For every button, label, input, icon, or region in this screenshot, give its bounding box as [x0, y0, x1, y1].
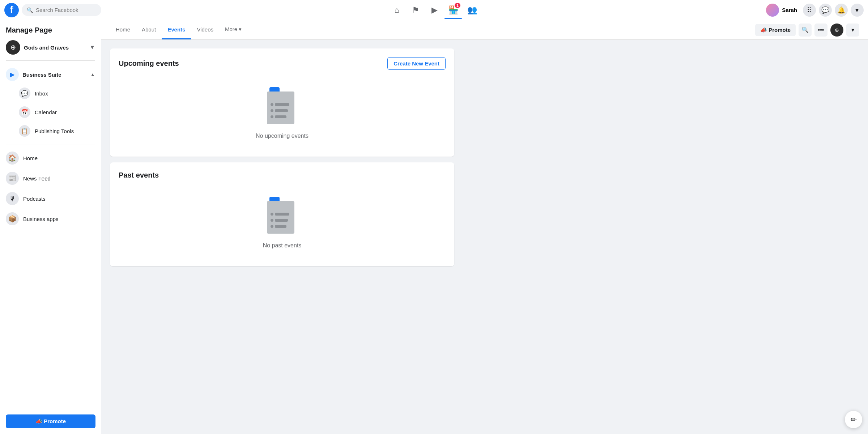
create-new-event-button[interactable]: Create New Event — [387, 57, 446, 70]
empty-doc-svg-2 — [264, 197, 300, 237]
svg-rect-13 — [275, 219, 288, 222]
sidebar-item-publishing-tools[interactable]: 📋 Publishing Tools — [0, 122, 101, 140]
pages-nav-icon[interactable]: ⚑ — [407, 1, 424, 19]
promote-sidebar-label: 📣 Promote — [35, 418, 66, 425]
svg-rect-7 — [275, 115, 286, 118]
groups-nav-icon[interactable]: 👥 — [463, 1, 481, 19]
search-icon: 🔍 — [27, 7, 33, 13]
inbox-icon: 💬 — [19, 88, 30, 99]
user-avatar — [766, 4, 779, 17]
empty-illustration — [264, 87, 300, 127]
more-options-button[interactable]: ••• — [814, 24, 827, 37]
empty-doc-svg — [264, 87, 300, 127]
news-feed-icon: 📰 — [6, 172, 19, 185]
svg-rect-5 — [275, 109, 288, 112]
podcasts-label: Podcasts — [23, 196, 46, 202]
tab-videos[interactable]: Videos — [191, 21, 219, 39]
sidebar-item-calendar[interactable]: 📅 Calendar — [0, 103, 101, 122]
home-nav-icon[interactable]: ⌂ — [388, 1, 405, 19]
past-events-header: Past events — [119, 171, 446, 179]
sidebar-item-home[interactable]: 🏠 Home — [0, 148, 101, 168]
sidebar-item-news-feed[interactable]: 📰 News Feed — [0, 168, 101, 188]
svg-rect-11 — [275, 213, 289, 216]
business-apps-label: Business apps — [23, 216, 59, 222]
sidebar-item-inbox[interactable]: 💬 Inbox — [0, 84, 101, 103]
page-sub-avatar: ⊕ — [830, 24, 843, 37]
svg-rect-15 — [275, 225, 286, 228]
tab-home[interactable]: Home — [110, 21, 136, 39]
no-past-events-state: No past events — [119, 188, 446, 258]
page-avatar-icon: ⊕ — [6, 40, 20, 55]
notification-badge: 1 — [454, 2, 461, 9]
top-nav-right: Sarah ⠿ 💬 🔔 ▾ — [763, 2, 864, 18]
tab-events[interactable]: Events — [162, 21, 191, 39]
sidebar-item-podcasts[interactable]: 🎙 Podcasts — [0, 188, 101, 209]
divider-2 — [6, 145, 95, 145]
marketplace-nav-icon[interactable]: 🏪 1 — [444, 1, 462, 19]
svg-point-6 — [271, 115, 273, 118]
search-input[interactable] — [36, 7, 96, 13]
sidebar: Manage Page ⊕ Gods and Graves ▼ ▶ Busine… — [0, 20, 101, 434]
svg-point-4 — [271, 109, 273, 112]
svg-point-2 — [271, 103, 273, 106]
create-event-label: Create New Event — [393, 60, 439, 67]
calendar-label: Calendar — [35, 109, 57, 115]
business-suite-header[interactable]: ▶ Business Suite ▲ — [0, 65, 101, 84]
news-feed-label: News Feed — [23, 175, 51, 182]
promote-sidebar-button[interactable]: 📣 Promote — [6, 414, 95, 428]
page-dropdown-chevron: ▼ — [89, 44, 95, 51]
inbox-label: Inbox — [35, 90, 48, 97]
podcasts-icon: 🎙 — [6, 192, 19, 205]
facebook-logo: f — [4, 3, 19, 17]
page-identity-section[interactable]: ⊕ Gods and Graves ▼ — [0, 37, 101, 58]
svg-rect-3 — [275, 103, 289, 106]
no-upcoming-text: No upcoming events — [256, 133, 309, 139]
home-icon: 🏠 — [6, 152, 19, 165]
sidebar-item-business-apps[interactable]: 📦 Business apps — [0, 209, 101, 229]
top-nav-left: f 🔍 — [4, 3, 106, 17]
past-events-title: Past events — [119, 171, 159, 179]
apps-grid-button[interactable]: ⠿ — [803, 4, 816, 17]
search-bar[interactable]: 🔍 — [22, 4, 101, 16]
svg-point-10 — [271, 213, 273, 216]
watch-nav-icon[interactable]: ▶ — [426, 1, 443, 19]
svg-point-12 — [271, 219, 273, 222]
svg-point-14 — [271, 225, 273, 228]
business-suite-icon: ▶ — [6, 68, 19, 81]
tab-more[interactable]: More ▾ — [219, 20, 247, 39]
publishing-tools-label: Publishing Tools — [35, 128, 74, 134]
user-profile-button[interactable]: Sarah — [763, 2, 800, 18]
publishing-tools-icon: 📋 — [19, 125, 30, 137]
compose-float-button[interactable]: ✏ — [845, 411, 862, 428]
account-dropdown-button[interactable]: ▾ — [851, 4, 864, 17]
promote-page-label: 📣 Promote — [760, 27, 791, 33]
calendar-icon: 📅 — [19, 106, 30, 118]
search-page-button[interactable]: 🔍 — [799, 24, 812, 37]
svg-rect-9 — [267, 201, 294, 234]
user-name-label: Sarah — [782, 7, 797, 13]
empty-illustration-2 — [264, 197, 300, 237]
page-sub-header: Home About Events Videos More ▾ 📣 Promot… — [101, 20, 868, 40]
page-name-label: Gods and Graves — [24, 44, 86, 51]
tab-about[interactable]: About — [136, 21, 162, 39]
page-tabs: Home About Events Videos More ▾ — [110, 20, 247, 39]
avatar-dropdown-button[interactable]: ▾ — [846, 24, 859, 37]
messenger-button[interactable]: 💬 — [819, 4, 832, 17]
no-upcoming-events-state: No upcoming events — [119, 78, 446, 148]
notifications-button[interactable]: 🔔 — [835, 4, 848, 17]
top-nav: f 🔍 ⌂ ⚑ ▶ 🏪 1 👥 Sarah ⠿ 💬 🔔 ▾ — [0, 0, 868, 20]
promote-page-button[interactable]: 📣 Promote — [755, 24, 796, 36]
svg-rect-1 — [267, 92, 294, 124]
upcoming-events-card: Upcoming events Create New Event — [110, 48, 454, 157]
business-suite-section: ▶ Business Suite ▲ 💬 Inbox 📅 Calendar 📋 … — [0, 64, 101, 142]
business-apps-icon: 📦 — [6, 212, 19, 225]
upcoming-events-header: Upcoming events Create New Event — [119, 57, 446, 70]
manage-page-title: Manage Page — [6, 26, 95, 34]
sidebar-header: Manage Page — [0, 20, 101, 37]
top-nav-center: ⌂ ⚑ ▶ 🏪 1 👥 — [388, 1, 481, 19]
collapse-icon: ▲ — [90, 72, 95, 77]
home-label: Home — [23, 155, 38, 161]
page-actions: 📣 Promote 🔍 ••• ⊕ ▾ — [755, 24, 859, 37]
divider-1 — [6, 60, 95, 61]
no-past-text: No past events — [263, 242, 302, 249]
